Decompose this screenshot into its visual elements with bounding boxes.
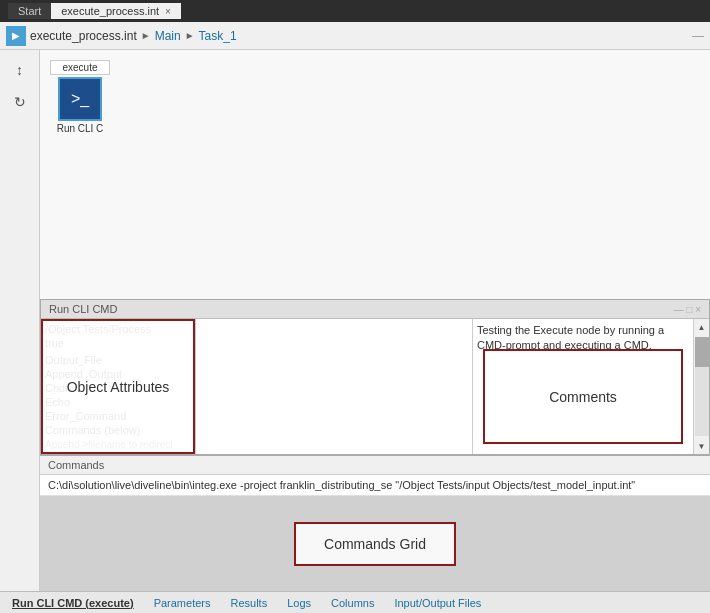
breadcrumb-task[interactable]: Task_1 — [199, 29, 237, 43]
bottom-tabs: Run CLI CMD (execute) Parameters Results… — [0, 591, 710, 613]
commands-input-row[interactable]: C:\di\solution\live\diveline\bin\integ.e… — [40, 475, 710, 496]
middle-panel — [196, 319, 473, 454]
scroll-up-icon[interactable]: ▲ — [694, 319, 710, 335]
attr-output-file[interactable]: Output_File — [45, 353, 191, 367]
tab-results[interactable]: Results — [226, 595, 271, 611]
tab-parameters[interactable]: Parameters — [150, 595, 215, 611]
breadcrumb-dash: — — [692, 29, 704, 43]
sidebar-arrow-icon[interactable]: ↕ — [6, 56, 34, 84]
node-item[interactable]: execute >_ Run CLI C — [50, 60, 110, 134]
tab-logs[interactable]: Logs — [283, 595, 315, 611]
attr-path: /Object Tests/Process — [45, 323, 151, 335]
tab-bar: Start execute_process.int × — [0, 0, 710, 22]
canvas-area: execute >_ Run CLI C Run CLI CMD — □ × /… — [40, 50, 710, 591]
comments-panel: Testing the Execute node by running a CM… — [473, 319, 693, 454]
tab-columns[interactable]: Columns — [327, 595, 378, 611]
play-button[interactable]: ▶ — [6, 26, 26, 46]
breadcrumb-main[interactable]: Main — [155, 29, 181, 43]
commands-grid-label: Commands Grid — [324, 536, 426, 552]
attr-commands-below[interactable]: Commands (below) — [45, 423, 191, 437]
commands-grid-box: Commands Grid — [294, 522, 456, 566]
run-cli-panel: Run CLI CMD — □ × /Object Tests/Process … — [40, 299, 710, 455]
attr-chdir[interactable]: Chdir — [45, 381, 191, 395]
attr-panel: /Object Tests/Process true Output_File A… — [41, 319, 196, 454]
tab-run-cli-execute[interactable]: Run CLI CMD (execute) — [8, 595, 138, 611]
attr-append-note: Append >filename to redirect — [45, 439, 191, 450]
scrollbar[interactable]: ▲ ▼ — [693, 319, 709, 454]
commands-header: Commands — [40, 456, 710, 475]
main-content: ↕ ↻ execute >_ Run CLI C Run CLI CMD — □… — [0, 50, 710, 591]
attr-value: true — [45, 336, 64, 350]
run-cli-title: Run CLI CMD — [49, 303, 117, 315]
attr-append-output[interactable]: Append_Output — [45, 367, 191, 381]
comments-label: Comments — [549, 389, 617, 405]
active-tab-label: execute_process.int — [61, 5, 159, 17]
panel-dash: — □ × — [674, 304, 701, 315]
node-label-top: execute — [50, 60, 110, 75]
breadcrumb-bar: ▶ execute_process.int ► Main ► Task_1 — — [0, 22, 710, 50]
breadcrumb-sep1: ► — [141, 30, 151, 41]
node-icon[interactable]: >_ — [58, 77, 102, 121]
scroll-track — [695, 337, 709, 436]
tab-close-icon[interactable]: × — [165, 6, 171, 17]
tab-input-output-files[interactable]: Input/Output Files — [390, 595, 485, 611]
node-label-bottom: Run CLI C — [57, 123, 104, 134]
breadcrumb-sep2: ► — [185, 30, 195, 41]
commands-grid-area: Commands Grid — [40, 496, 710, 591]
left-sidebar: ↕ ↻ — [0, 50, 40, 591]
scroll-thumb[interactable] — [695, 337, 709, 367]
comments-box: Comments — [483, 349, 683, 444]
run-cli-header: Run CLI CMD — □ × — [41, 300, 709, 319]
node-prompt-icon: >_ — [71, 90, 89, 108]
attr-echo[interactable]: Echo — [45, 395, 191, 409]
canvas-top: execute >_ Run CLI C — [40, 50, 710, 299]
tab-start[interactable]: Start — [8, 3, 51, 19]
sidebar-refresh-icon[interactable]: ↻ — [6, 88, 34, 116]
breadcrumb-file: execute_process.int — [30, 29, 137, 43]
scroll-down-icon[interactable]: ▼ — [694, 438, 710, 454]
attr-error-command[interactable]: Error_Command — [45, 409, 191, 423]
tab-active[interactable]: execute_process.int × — [51, 3, 181, 19]
commands-section: Commands C:\di\solution\live\diveline\bi… — [40, 455, 710, 591]
run-cli-body: /Object Tests/Process true Output_File A… — [41, 319, 709, 454]
